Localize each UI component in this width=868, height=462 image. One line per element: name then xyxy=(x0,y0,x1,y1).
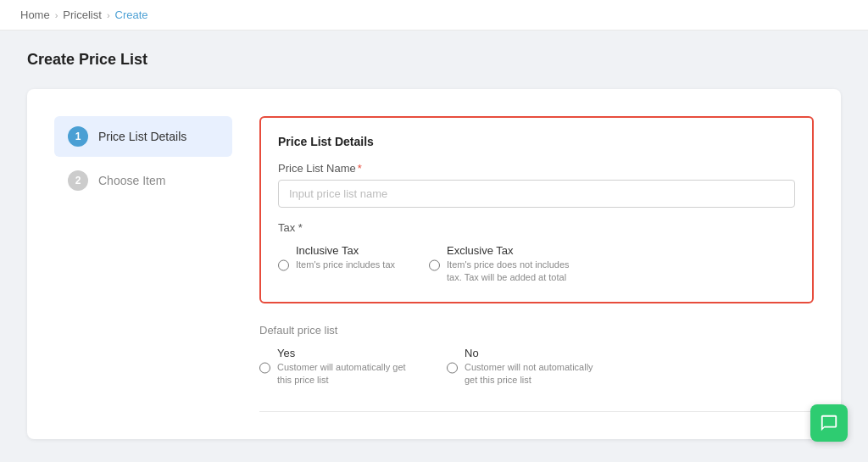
inclusive-tax-desc: Item's price includes tax xyxy=(296,259,395,271)
step-1[interactable]: 1 Price List Details xyxy=(54,116,232,157)
price-list-details-box: Price List Details Price List Name* Tax … xyxy=(259,116,814,303)
main-card: 1 Price List Details 2 Choose Item Price… xyxy=(27,89,841,439)
price-list-name-label: Price List Name* xyxy=(278,162,795,175)
topbar: Home › Pricelist › Create xyxy=(0,0,868,31)
section-divider xyxy=(259,411,814,412)
tax-radio-group: Inclusive Tax Item's price includes tax … xyxy=(278,244,795,285)
exclusive-tax-desc: Item's price does not includes tax. Tax … xyxy=(447,259,582,285)
yes-label: Yes xyxy=(277,347,413,359)
price-list-name-input[interactable] xyxy=(278,180,795,208)
step-1-number: 1 xyxy=(68,126,88,147)
tax-label: Tax * xyxy=(278,221,795,234)
inclusive-tax-label: Inclusive Tax xyxy=(296,244,395,257)
no-desc: Customer will not automatically get this… xyxy=(465,361,600,387)
chevron-icon-1: › xyxy=(55,10,58,20)
steps-sidebar: 1 Price List Details 2 Choose Item xyxy=(54,116,232,412)
yes-desc: Customer will automatically get this pri… xyxy=(277,361,413,387)
breadcrumb-home[interactable]: Home xyxy=(20,8,50,21)
chat-icon xyxy=(820,414,838,432)
default-radio-group: Yes Customer will automatically get this… xyxy=(259,347,814,387)
exclusive-tax-option: Exclusive Tax Item's price does not incl… xyxy=(429,244,582,285)
chevron-icon-2: › xyxy=(107,10,110,20)
default-price-list-section: Default price list Yes Customer will aut… xyxy=(259,324,814,404)
form-section: Price List Details Price List Name* Tax … xyxy=(259,116,814,412)
details-section-title: Price List Details xyxy=(278,135,795,148)
yes-radio[interactable] xyxy=(259,348,270,387)
chat-button[interactable] xyxy=(810,404,848,442)
exclusive-tax-label: Exclusive Tax xyxy=(447,244,582,257)
step-2[interactable]: 2 Choose Item xyxy=(54,160,232,201)
default-price-list-label: Default price list xyxy=(259,324,814,337)
no-option: No Customer will not automatically get t… xyxy=(447,347,600,387)
inclusive-tax-option: Inclusive Tax Item's price includes tax xyxy=(278,244,395,285)
exclusive-tax-radio[interactable] xyxy=(429,246,440,285)
card-inner: 1 Price List Details 2 Choose Item Price… xyxy=(54,116,814,412)
main-content: Create Price List 1 Price List Details 2… xyxy=(0,31,868,459)
breadcrumb-create[interactable]: Create xyxy=(115,8,148,21)
no-label: No xyxy=(465,347,600,359)
step-2-label: Choose Item xyxy=(98,174,165,187)
yes-option: Yes Customer will automatically get this… xyxy=(259,347,413,387)
step-1-label: Price List Details xyxy=(98,130,186,143)
breadcrumb-pricelist[interactable]: Pricelist xyxy=(63,8,102,21)
no-radio[interactable] xyxy=(447,348,458,387)
page-title: Create Price List xyxy=(27,51,841,69)
step-2-number: 2 xyxy=(68,170,88,191)
inclusive-tax-radio[interactable] xyxy=(278,246,289,285)
